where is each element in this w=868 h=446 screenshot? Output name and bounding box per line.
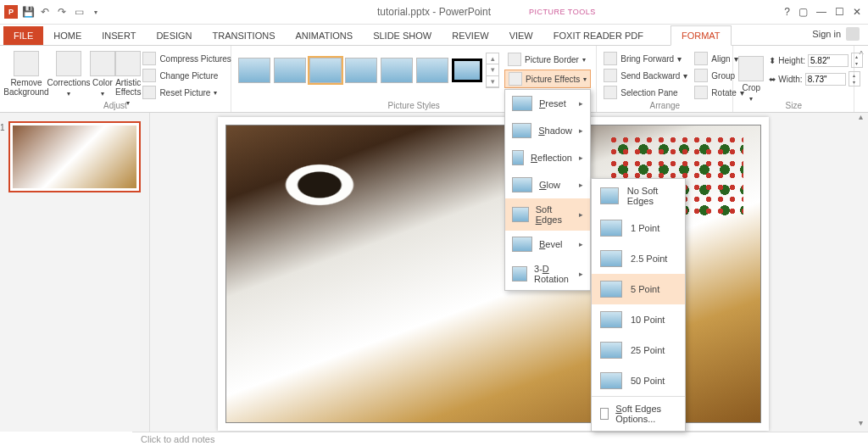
slide-canvas[interactable] xyxy=(218,117,769,431)
effects-preset[interactable]: PPresetreset▸ xyxy=(505,90,590,117)
effects-glow[interactable]: Glow▸ xyxy=(505,171,590,198)
picture-effects-button[interactable]: Picture Effects ▾ xyxy=(504,70,591,88)
maximize-icon[interactable]: ☐ xyxy=(835,6,844,18)
tab-review[interactable]: REVIEW xyxy=(442,26,498,45)
width-input[interactable] xyxy=(805,73,846,86)
tab-insert[interactable]: INSERT xyxy=(92,26,146,45)
style-thumb[interactable] xyxy=(274,58,306,83)
se-25b-icon xyxy=(600,342,622,359)
corrections-button[interactable]: Corrections▾ xyxy=(47,47,90,108)
se-50-icon xyxy=(600,372,622,389)
tab-file[interactable]: FILE xyxy=(3,26,43,45)
style-thumb[interactable] xyxy=(238,58,270,83)
se-1-icon xyxy=(600,220,622,237)
minimize-icon[interactable]: — xyxy=(816,6,826,18)
selection-icon xyxy=(604,86,617,99)
height-input[interactable] xyxy=(808,54,849,67)
crop-button[interactable]: Crop▾ xyxy=(738,53,764,103)
ribbon: Remove Background Corrections▾ Color▾ Ar… xyxy=(0,46,868,113)
tab-animations[interactable]: ANIMATIONS xyxy=(286,26,364,45)
bevel-icon xyxy=(512,237,532,252)
width-icon: ⬌ xyxy=(769,75,776,84)
sign-in-link[interactable]: Sign in xyxy=(804,23,868,45)
color-button[interactable]: Color▾ xyxy=(90,47,115,108)
align-icon xyxy=(694,52,708,65)
rotate-icon xyxy=(694,86,708,99)
style-thumb[interactable] xyxy=(381,58,413,83)
picture-styles-gallery[interactable]: ▴▾▾ xyxy=(236,47,501,93)
change-pic-icon xyxy=(142,69,156,82)
tab-format[interactable]: FORMAT xyxy=(670,25,732,46)
width-spinner[interactable]: ▴▾ xyxy=(849,71,860,86)
compress-icon xyxy=(142,52,156,65)
gallery-more-button[interactable]: ▴▾▾ xyxy=(486,53,499,88)
tab-view[interactable]: VIEW xyxy=(499,26,543,45)
redo-icon[interactable]: ↷ xyxy=(54,4,70,20)
ribbon-options-icon[interactable]: ▢ xyxy=(798,6,808,18)
effects-reflection[interactable]: Reflection▸ xyxy=(505,144,590,171)
style-thumb[interactable] xyxy=(416,58,448,83)
soft-edges-10pt[interactable]: 10 Point xyxy=(592,304,685,335)
tab-foxit[interactable]: FOXIT READER PDF xyxy=(543,26,654,45)
artistic-effects-button[interactable]: Artistic Effects▾ xyxy=(115,47,141,108)
reset-picture-button[interactable]: Reset Picture ▾ xyxy=(141,85,232,100)
effects-soft-edges[interactable]: Soft Edges▸ xyxy=(505,198,590,231)
slide-thumbnails-pane: 1 xyxy=(0,113,150,432)
soft-edges-1pt[interactable]: 1 Point xyxy=(592,213,685,243)
soft-edges-25pt[interactable]: 25 Point xyxy=(592,335,685,365)
soft-edges-5pt[interactable]: 5 Point xyxy=(592,274,685,304)
tab-transitions[interactable]: TRANSITIONS xyxy=(203,26,286,45)
soft-edges-options[interactable]: Soft Edges Options... xyxy=(592,396,685,431)
tab-home[interactable]: HOME xyxy=(43,26,92,45)
soft-edges-2-5pt[interactable]: 2.5 Point xyxy=(592,243,685,274)
soft-edges-none[interactable]: No Soft Edges xyxy=(592,179,685,213)
contextual-tab-label: PICTURE TOOLS xyxy=(520,0,604,24)
effects-bevel[interactable]: Bevel▸ xyxy=(505,231,590,258)
workspace: 1 xyxy=(0,113,868,432)
effects-shadow[interactable]: Shadow▸ xyxy=(505,117,590,144)
tab-design[interactable]: DESIGN xyxy=(146,26,202,45)
slide-thumbnail[interactable]: 1 xyxy=(8,121,141,192)
style-thumb[interactable] xyxy=(345,58,377,83)
soft-edges-50pt[interactable]: 50 Point xyxy=(592,365,685,396)
color-icon xyxy=(90,51,115,76)
style-thumb[interactable] xyxy=(452,59,482,82)
qat-customize-icon[interactable]: ▾ xyxy=(88,4,103,20)
selection-pane-button[interactable]: Selection Pane xyxy=(602,85,689,100)
change-picture-button[interactable]: Change Picture xyxy=(141,68,232,83)
shadow-icon xyxy=(512,123,531,138)
effects-3d-rotation[interactable]: 3-D Rotation▸ xyxy=(505,258,590,290)
group-arrange: Bring Forward ▾ Send Backward ▾ Selectio… xyxy=(597,46,733,112)
vertical-scrollbar[interactable]: ▴▾ xyxy=(854,112,866,427)
preset-icon xyxy=(512,96,532,111)
forward-icon xyxy=(604,52,617,65)
close-icon[interactable]: ✕ xyxy=(853,6,861,18)
picture-effects-menu: PPresetreset▸ Shadow▸ Reflection▸ Glow▸ … xyxy=(504,89,591,291)
slide-thumbnail-preview xyxy=(13,125,136,188)
se-10-icon xyxy=(600,311,622,328)
picture-border-button[interactable]: Picture Border ▾ xyxy=(504,51,591,68)
compress-pictures-button[interactable]: Compress Pictures xyxy=(141,51,232,66)
slide-number: 1 xyxy=(0,123,5,132)
height-spinner[interactable]: ▴▾ xyxy=(851,53,863,68)
help-icon[interactable]: ? xyxy=(784,6,790,18)
save-icon[interactable]: 💾 xyxy=(20,4,36,20)
se-25-icon xyxy=(600,250,622,267)
remove-bg-icon xyxy=(14,51,39,76)
soft-edges-submenu: No Soft Edges 1 Point 2.5 Point 5 Point … xyxy=(591,178,686,432)
undo-icon[interactable]: ↶ xyxy=(37,4,53,20)
start-from-beginning-icon[interactable]: ▭ xyxy=(71,4,86,20)
title-bar: P 💾 ↶ ↷ ▭ ▾ tutorial.pptx - PowerPoint P… xyxy=(0,0,868,25)
se-none-icon xyxy=(600,187,619,204)
notes-pane[interactable]: Click to add notes xyxy=(132,432,868,446)
send-backward-button[interactable]: Send Backward ▾ xyxy=(602,68,689,83)
options-icon xyxy=(600,408,609,420)
style-thumb[interactable] xyxy=(309,58,342,83)
bring-forward-button[interactable]: Bring Forward ▾ xyxy=(602,51,689,66)
group-icon xyxy=(694,69,708,82)
remove-background-button[interactable]: Remove Background xyxy=(5,47,47,108)
artistic-icon xyxy=(115,51,141,76)
ribbon-tabs: FILE HOME INSERT DESIGN TRANSITIONS ANIM… xyxy=(0,25,868,46)
tab-slideshow[interactable]: SLIDE SHOW xyxy=(363,26,442,45)
reset-icon xyxy=(142,86,156,99)
